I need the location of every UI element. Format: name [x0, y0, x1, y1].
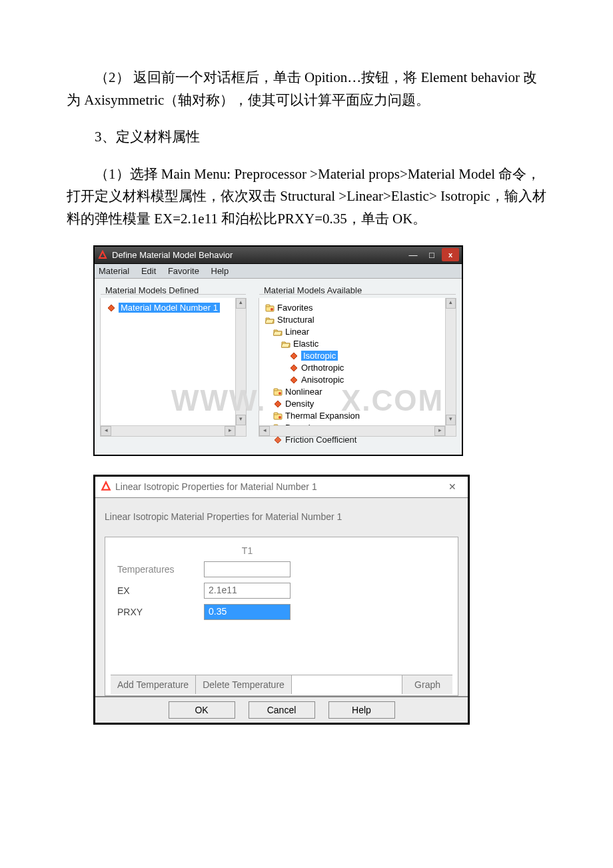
diamond-icon: [289, 375, 299, 385]
defined-models-panel: Material Models Defined Material Model N…: [100, 285, 247, 439]
tree-density[interactable]: Density: [262, 398, 453, 410]
tree-anisotropic[interactable]: Anisotropic: [262, 374, 453, 386]
tree-thermal-label: Thermal Expansion: [285, 411, 360, 421]
dialog-close-button[interactable]: ✕: [442, 481, 462, 492]
svg-point-2: [271, 308, 273, 311]
scroll-down-icon[interactable]: ▾: [236, 415, 246, 425]
dialog-titlebar: Linear Isotropic Properties for Material…: [95, 477, 468, 498]
scrollbar-vertical[interactable]: ▴ ▾: [235, 298, 246, 436]
tree-structural[interactable]: Structural: [262, 314, 453, 326]
row-label-temperatures: Temperatures: [111, 559, 197, 580]
diamond-icon: [273, 435, 283, 445]
tree-orthotropic-label: Orthotropic: [301, 363, 344, 373]
tree-nonlinear[interactable]: Nonlinear: [262, 386, 453, 398]
tree-favorites-label: Favorites: [277, 303, 312, 313]
svg-rect-4: [274, 389, 278, 391]
diamond-icon: [106, 303, 117, 313]
close-button[interactable]: x: [442, 248, 459, 261]
prxy-input[interactable]: 0.35: [204, 604, 291, 620]
tree-isotropic[interactable]: Isotropic: [262, 350, 453, 362]
menu-help[interactable]: Help: [211, 266, 229, 276]
folder-fav-icon: [265, 303, 275, 313]
row-label-prxy: PRXY: [111, 601, 197, 623]
folder-icon: [273, 411, 283, 421]
material-model-item[interactable]: Material Model Number 1: [103, 302, 243, 314]
row-label-ex: EX: [111, 580, 197, 601]
add-temperature-button[interactable]: Add Temperature: [111, 675, 196, 694]
menu-favorite[interactable]: Favorite: [168, 266, 199, 276]
tree-linear-label: Linear: [285, 327, 309, 337]
svg-rect-7: [274, 413, 278, 415]
folder-open-icon: [265, 315, 275, 325]
material-model-label: Material Model Number 1: [119, 303, 220, 313]
dialog-title: Linear Isotropic Properties for Material…: [115, 481, 317, 492]
help-button[interactable]: Help: [328, 701, 395, 719]
scroll-right-icon[interactable]: ▸: [434, 426, 445, 436]
folder-open-icon: [273, 327, 283, 337]
scroll-down-icon[interactable]: ▾: [446, 415, 456, 425]
diamond-icon: [289, 351, 299, 361]
tree-orthotropic[interactable]: Orthotropic: [262, 362, 453, 374]
tree-structural-label: Structural: [277, 315, 314, 325]
diamond-icon: [273, 399, 283, 409]
scroll-left-icon[interactable]: ◂: [259, 426, 270, 436]
tree-elastic-label: Elastic: [293, 339, 318, 349]
menubar: Material Edit Favorite Help: [95, 264, 462, 279]
paragraph-3-1: （1）选择 Main Menu: Preprocessor >Material …: [67, 163, 546, 231]
ok-button[interactable]: OK: [169, 701, 235, 719]
menu-edit[interactable]: Edit: [141, 266, 156, 276]
diamond-icon: [289, 363, 299, 373]
svg-point-8: [279, 416, 281, 419]
isotropic-properties-dialog: Linear Isotropic Properties for Material…: [93, 475, 470, 725]
section-3-heading: 3、定义材料属性: [67, 126, 546, 149]
temperatures-input[interactable]: [204, 561, 291, 577]
tree-density-label: Density: [285, 399, 314, 409]
material-behavior-window: Define Material Model Behavior — □ x Mat…: [93, 245, 463, 456]
paragraph-2: （2） 返回前一个对话框后，单击 Opition…按钮，将 Element be…: [67, 67, 546, 111]
ansys-logo-icon: [101, 481, 111, 493]
column-header-t1: T1: [197, 543, 297, 559]
cancel-button[interactable]: Cancel: [249, 701, 315, 719]
minimize-button[interactable]: —: [404, 248, 422, 261]
scroll-up-icon[interactable]: ▴: [236, 298, 246, 309]
svg-rect-1: [266, 305, 270, 307]
tree-elastic[interactable]: Elastic: [262, 338, 453, 350]
tree-anisotropic-label: Anisotropic: [301, 375, 344, 385]
scroll-left-icon[interactable]: ◂: [101, 426, 111, 436]
tree-nonlinear-label: Nonlinear: [285, 387, 322, 397]
scrollbar-horizontal[interactable]: ◂ ▸: [259, 425, 445, 436]
tree-favorites[interactable]: Favorites: [262, 302, 453, 314]
folder-icon: [273, 387, 283, 397]
window-title: Define Material Model Behavior: [112, 250, 404, 260]
dialog-subtitle: Linear Isotropic Material Properties for…: [105, 511, 458, 522]
tree-friction-label: Friction Coefficient: [285, 435, 356, 445]
ansys-logo-icon: [97, 249, 108, 260]
graph-button[interactable]: Graph: [402, 675, 452, 694]
scroll-right-icon[interactable]: ▸: [225, 426, 235, 436]
svg-point-5: [279, 392, 281, 395]
maximize-button[interactable]: □: [423, 248, 440, 261]
tree-linear[interactable]: Linear: [262, 326, 453, 338]
delete-temperature-button[interactable]: Delete Temperature: [196, 675, 292, 694]
scrollbar-horizontal[interactable]: ◂ ▸: [101, 425, 235, 436]
folder-open-icon: [281, 339, 291, 349]
tree-thermal[interactable]: Thermal Expansion: [262, 410, 453, 422]
tree-isotropic-label: Isotropic: [301, 351, 338, 361]
scroll-up-icon[interactable]: ▴: [446, 298, 456, 309]
titlebar: Define Material Model Behavior — □ x: [95, 247, 462, 264]
scrollbar-vertical[interactable]: ▴ ▾: [445, 298, 456, 436]
available-models-panel: Material Models Available Favorites Stru…: [259, 285, 456, 439]
ex-input[interactable]: 2.1e11: [204, 583, 291, 599]
menu-material[interactable]: Material: [99, 266, 129, 276]
